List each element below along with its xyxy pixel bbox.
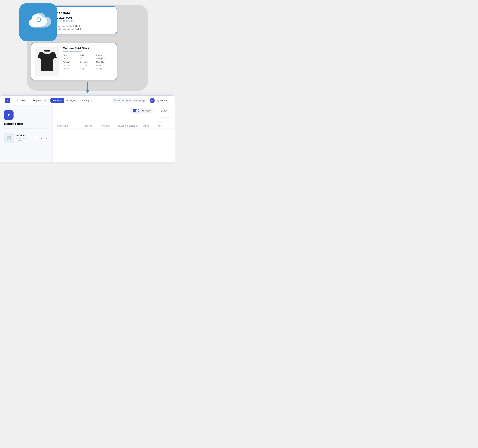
app-icon	[19, 3, 57, 41]
nav-analytics-label: Analytics	[67, 99, 77, 102]
attr-size: Size	[63, 54, 80, 56]
attr-brand: Brand	[96, 54, 113, 56]
order-number: ORD-2024-0001	[52, 16, 112, 19]
rf-product-label: Product	[16, 134, 32, 137]
nav-returns-label: Returns	[53, 99, 62, 102]
product-details: Medium Shirt Black Size SKU Brand Color …	[63, 47, 113, 76]
nav-requests-label: Requests	[32, 99, 43, 102]
nav-settings-label: Settings	[82, 99, 91, 102]
attr-discount: Discount	[80, 61, 96, 63]
app-ui: r Dashboard Requests 0 Returns Analytics…	[0, 95, 175, 162]
rf-title: Return Form	[4, 122, 49, 126]
avatar: MA	[150, 98, 155, 103]
product-name: Medium Shirt Black	[63, 47, 113, 50]
account-chevron-icon: ▾	[170, 100, 170, 101]
product-image	[35, 47, 59, 76]
rf-logo: r	[4, 110, 13, 120]
return-form-panel: r Return Form 🖼 Product Color | Size | A…	[0, 106, 53, 162]
nav-settings[interactable]: Settings ▾	[80, 98, 94, 103]
attr-category: Category	[96, 57, 113, 60]
order-card-title: Order data	[52, 11, 112, 15]
export-label: Export	[161, 109, 167, 112]
navbar: r Dashboard Requests 0 Returns Analytics…	[0, 96, 175, 106]
rf-product-image: 🖼	[4, 133, 14, 143]
order-shipping-row: Order shipping method PostNL	[52, 28, 112, 30]
product-divider	[63, 51, 82, 52]
stepper-decrement[interactable]: ‹	[35, 136, 39, 140]
account-label: My account	[156, 99, 168, 102]
attr-amount: Amount	[63, 61, 80, 63]
attr-weight: Weight	[63, 68, 80, 70]
attr-color: Color	[63, 57, 80, 60]
svg-rect-0	[44, 50, 50, 51]
requests-badge: 0	[44, 99, 47, 102]
export-button[interactable]: ⬇ Export	[155, 108, 170, 113]
account-area[interactable]: MA My account ▾	[150, 98, 170, 103]
test-mode-label: Test mode	[140, 109, 151, 112]
attr-style: Style	[80, 57, 96, 60]
attr-length: Length	[96, 68, 113, 70]
search-input[interactable]	[118, 99, 145, 102]
th-tags: TAGS	[157, 125, 170, 127]
next-page-button[interactable]: ›	[165, 117, 170, 123]
order-card: Order data ORD-2024-0001 Placed on 19-01…	[47, 6, 117, 34]
rf-product-info: Product Color | Size | Amount	[16, 134, 32, 142]
export-icon: ⬇	[158, 109, 160, 112]
rf-product-attrs: Color | Size | Amount	[16, 137, 32, 142]
rf-product-row: 🖼 Product Color | Size | Amount ‹ 0 ›	[4, 133, 49, 143]
down-arrow	[86, 82, 89, 93]
order-payment-row: Order payment method iDeal	[52, 25, 112, 27]
th-status: STATUS	[85, 125, 101, 127]
search-icon: 🔍	[114, 99, 116, 102]
stepper-value: 0	[40, 137, 43, 139]
attr-barcode: Barcode	[63, 64, 80, 67]
shipping-value: PostNL	[75, 28, 82, 30]
test-mode-track[interactable]	[133, 109, 139, 112]
th-carrier: CARRIER	[101, 125, 118, 127]
test-mode-thumb	[136, 109, 139, 112]
image-placeholder-icon: 🖼	[7, 136, 11, 140]
arrow-shaft	[87, 82, 88, 90]
settings-chevron-icon: ▾	[91, 100, 92, 101]
attr-height: Height	[80, 68, 96, 70]
nav-requests[interactable]: Requests 0	[30, 98, 50, 103]
product-attrs: Size SKU Brand Color Style Category Amou…	[63, 54, 113, 70]
th-value: VALUE	[143, 125, 157, 127]
arrow-head	[86, 90, 89, 93]
nav-logo[interactable]: r	[5, 98, 10, 103]
pagination: ‹ ›	[53, 116, 175, 123]
stepper-increment[interactable]: ›	[44, 136, 49, 140]
nav-dashboard[interactable]: Dashboard	[13, 98, 29, 103]
attr-width: Width	[96, 64, 113, 67]
product-card: Medium Shirt Black Size SKU Brand Color …	[31, 43, 117, 80]
nav-dashboard-label: Dashboard	[15, 99, 27, 102]
prev-page-button[interactable]: ‹	[159, 117, 164, 123]
search-box[interactable]: 🔍	[112, 98, 147, 103]
th-tracking: TRACKING NUMBER	[118, 125, 143, 127]
illustration-area: Order data ORD-2024-0001 Placed on 19-01…	[0, 0, 175, 97]
payment-value: iDeal	[75, 25, 80, 27]
attr-quantity: Quantity	[96, 61, 113, 63]
toolbar: Test mode ⬇ Export	[53, 106, 175, 116]
attr-hscode: HS code	[80, 64, 96, 67]
test-mode-toggle-group[interactable]: Test mode	[130, 108, 153, 114]
th-customer: CUSTOMER	[57, 125, 85, 127]
order-date: Placed on 19-01-2024	[52, 20, 112, 22]
quantity-stepper[interactable]: ‹ 0 ›	[35, 136, 49, 140]
rf-divider	[4, 129, 49, 129]
table-header: CUSTOMER STATUS CARRIER TRACKING NUMBER …	[53, 123, 175, 129]
nav-analytics[interactable]: Analytics	[65, 98, 79, 103]
main-content: Test mode ⬇ Export ‹ › CUSTOMER STATUS C…	[53, 106, 175, 129]
nav-returns[interactable]: Returns	[50, 98, 64, 103]
attr-sku: SKU	[80, 54, 96, 56]
